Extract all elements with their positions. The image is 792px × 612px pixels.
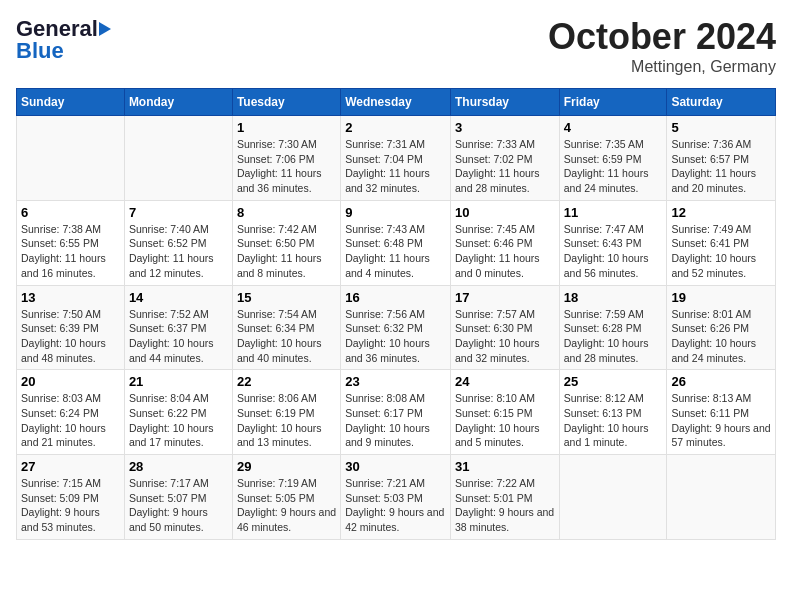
calendar-cell: 26Sunrise: 8:13 AMSunset: 6:11 PMDayligh…	[667, 370, 776, 455]
calendar-cell: 30Sunrise: 7:21 AMSunset: 5:03 PMDayligh…	[341, 455, 451, 540]
day-number: 8	[237, 205, 336, 220]
day-info: Sunrise: 7:57 AMSunset: 6:30 PMDaylight:…	[455, 307, 555, 366]
day-info: Sunrise: 7:40 AMSunset: 6:52 PMDaylight:…	[129, 222, 228, 281]
calendar-cell: 7Sunrise: 7:40 AMSunset: 6:52 PMDaylight…	[124, 200, 232, 285]
calendar-cell: 21Sunrise: 8:04 AMSunset: 6:22 PMDayligh…	[124, 370, 232, 455]
col-header-wednesday: Wednesday	[341, 89, 451, 116]
calendar-cell	[667, 455, 776, 540]
calendar-cell: 25Sunrise: 8:12 AMSunset: 6:13 PMDayligh…	[559, 370, 667, 455]
logo-blue: Blue	[16, 38, 64, 64]
day-info: Sunrise: 8:03 AMSunset: 6:24 PMDaylight:…	[21, 391, 120, 450]
day-number: 28	[129, 459, 228, 474]
page-header: General Blue October 2024 Mettingen, Ger…	[16, 16, 776, 76]
day-number: 25	[564, 374, 663, 389]
calendar-cell: 19Sunrise: 8:01 AMSunset: 6:26 PMDayligh…	[667, 285, 776, 370]
day-number: 22	[237, 374, 336, 389]
calendar-cell: 16Sunrise: 7:56 AMSunset: 6:32 PMDayligh…	[341, 285, 451, 370]
day-info: Sunrise: 7:19 AMSunset: 5:05 PMDaylight:…	[237, 476, 336, 535]
logo: General Blue	[16, 16, 111, 64]
calendar-cell: 23Sunrise: 8:08 AMSunset: 6:17 PMDayligh…	[341, 370, 451, 455]
day-number: 1	[237, 120, 336, 135]
day-number: 9	[345, 205, 446, 220]
calendar-cell: 5Sunrise: 7:36 AMSunset: 6:57 PMDaylight…	[667, 116, 776, 201]
day-number: 15	[237, 290, 336, 305]
calendar-week-5: 27Sunrise: 7:15 AMSunset: 5:09 PMDayligh…	[17, 455, 776, 540]
calendar-week-4: 20Sunrise: 8:03 AMSunset: 6:24 PMDayligh…	[17, 370, 776, 455]
calendar-week-2: 6Sunrise: 7:38 AMSunset: 6:55 PMDaylight…	[17, 200, 776, 285]
day-number: 29	[237, 459, 336, 474]
day-info: Sunrise: 7:42 AMSunset: 6:50 PMDaylight:…	[237, 222, 336, 281]
day-number: 14	[129, 290, 228, 305]
calendar-cell: 31Sunrise: 7:22 AMSunset: 5:01 PMDayligh…	[450, 455, 559, 540]
day-info: Sunrise: 7:31 AMSunset: 7:04 PMDaylight:…	[345, 137, 446, 196]
day-number: 2	[345, 120, 446, 135]
day-number: 13	[21, 290, 120, 305]
col-header-thursday: Thursday	[450, 89, 559, 116]
day-info: Sunrise: 8:08 AMSunset: 6:17 PMDaylight:…	[345, 391, 446, 450]
day-number: 19	[671, 290, 771, 305]
day-info: Sunrise: 7:38 AMSunset: 6:55 PMDaylight:…	[21, 222, 120, 281]
calendar-cell: 12Sunrise: 7:49 AMSunset: 6:41 PMDayligh…	[667, 200, 776, 285]
calendar-cell: 3Sunrise: 7:33 AMSunset: 7:02 PMDaylight…	[450, 116, 559, 201]
calendar-cell: 2Sunrise: 7:31 AMSunset: 7:04 PMDaylight…	[341, 116, 451, 201]
day-info: Sunrise: 8:01 AMSunset: 6:26 PMDaylight:…	[671, 307, 771, 366]
calendar-cell: 10Sunrise: 7:45 AMSunset: 6:46 PMDayligh…	[450, 200, 559, 285]
day-number: 30	[345, 459, 446, 474]
calendar-cell: 18Sunrise: 7:59 AMSunset: 6:28 PMDayligh…	[559, 285, 667, 370]
calendar-header-row: SundayMondayTuesdayWednesdayThursdayFrid…	[17, 89, 776, 116]
day-number: 6	[21, 205, 120, 220]
day-info: Sunrise: 7:59 AMSunset: 6:28 PMDaylight:…	[564, 307, 663, 366]
day-info: Sunrise: 7:52 AMSunset: 6:37 PMDaylight:…	[129, 307, 228, 366]
calendar-cell: 22Sunrise: 8:06 AMSunset: 6:19 PMDayligh…	[232, 370, 340, 455]
calendar-cell	[17, 116, 125, 201]
col-header-saturday: Saturday	[667, 89, 776, 116]
day-info: Sunrise: 8:12 AMSunset: 6:13 PMDaylight:…	[564, 391, 663, 450]
col-header-friday: Friday	[559, 89, 667, 116]
day-info: Sunrise: 7:21 AMSunset: 5:03 PMDaylight:…	[345, 476, 446, 535]
calendar-cell	[124, 116, 232, 201]
day-info: Sunrise: 7:15 AMSunset: 5:09 PMDaylight:…	[21, 476, 120, 535]
day-number: 11	[564, 205, 663, 220]
day-number: 21	[129, 374, 228, 389]
calendar-cell: 9Sunrise: 7:43 AMSunset: 6:48 PMDaylight…	[341, 200, 451, 285]
calendar-cell: 27Sunrise: 7:15 AMSunset: 5:09 PMDayligh…	[17, 455, 125, 540]
day-info: Sunrise: 7:49 AMSunset: 6:41 PMDaylight:…	[671, 222, 771, 281]
calendar-week-3: 13Sunrise: 7:50 AMSunset: 6:39 PMDayligh…	[17, 285, 776, 370]
month-title: October 2024	[548, 16, 776, 58]
calendar-cell: 13Sunrise: 7:50 AMSunset: 6:39 PMDayligh…	[17, 285, 125, 370]
location-title: Mettingen, Germany	[548, 58, 776, 76]
calendar-cell	[559, 455, 667, 540]
calendar-cell: 14Sunrise: 7:52 AMSunset: 6:37 PMDayligh…	[124, 285, 232, 370]
day-number: 4	[564, 120, 663, 135]
calendar-cell: 15Sunrise: 7:54 AMSunset: 6:34 PMDayligh…	[232, 285, 340, 370]
calendar-cell: 17Sunrise: 7:57 AMSunset: 6:30 PMDayligh…	[450, 285, 559, 370]
col-header-monday: Monday	[124, 89, 232, 116]
day-info: Sunrise: 7:45 AMSunset: 6:46 PMDaylight:…	[455, 222, 555, 281]
calendar-cell: 28Sunrise: 7:17 AMSunset: 5:07 PMDayligh…	[124, 455, 232, 540]
day-number: 7	[129, 205, 228, 220]
calendar-cell: 1Sunrise: 7:30 AMSunset: 7:06 PMDaylight…	[232, 116, 340, 201]
day-number: 18	[564, 290, 663, 305]
col-header-tuesday: Tuesday	[232, 89, 340, 116]
day-info: Sunrise: 7:47 AMSunset: 6:43 PMDaylight:…	[564, 222, 663, 281]
day-number: 20	[21, 374, 120, 389]
day-info: Sunrise: 7:43 AMSunset: 6:48 PMDaylight:…	[345, 222, 446, 281]
day-number: 3	[455, 120, 555, 135]
calendar-cell: 24Sunrise: 8:10 AMSunset: 6:15 PMDayligh…	[450, 370, 559, 455]
day-info: Sunrise: 7:22 AMSunset: 5:01 PMDaylight:…	[455, 476, 555, 535]
calendar-cell: 20Sunrise: 8:03 AMSunset: 6:24 PMDayligh…	[17, 370, 125, 455]
day-info: Sunrise: 7:36 AMSunset: 6:57 PMDaylight:…	[671, 137, 771, 196]
calendar-cell: 8Sunrise: 7:42 AMSunset: 6:50 PMDaylight…	[232, 200, 340, 285]
day-number: 26	[671, 374, 771, 389]
day-info: Sunrise: 7:35 AMSunset: 6:59 PMDaylight:…	[564, 137, 663, 196]
day-number: 24	[455, 374, 555, 389]
day-number: 16	[345, 290, 446, 305]
day-info: Sunrise: 8:10 AMSunset: 6:15 PMDaylight:…	[455, 391, 555, 450]
col-header-sunday: Sunday	[17, 89, 125, 116]
day-info: Sunrise: 7:56 AMSunset: 6:32 PMDaylight:…	[345, 307, 446, 366]
logo-arrow-icon	[99, 22, 111, 36]
day-info: Sunrise: 7:54 AMSunset: 6:34 PMDaylight:…	[237, 307, 336, 366]
calendar-cell: 6Sunrise: 7:38 AMSunset: 6:55 PMDaylight…	[17, 200, 125, 285]
calendar-week-1: 1Sunrise: 7:30 AMSunset: 7:06 PMDaylight…	[17, 116, 776, 201]
day-number: 17	[455, 290, 555, 305]
